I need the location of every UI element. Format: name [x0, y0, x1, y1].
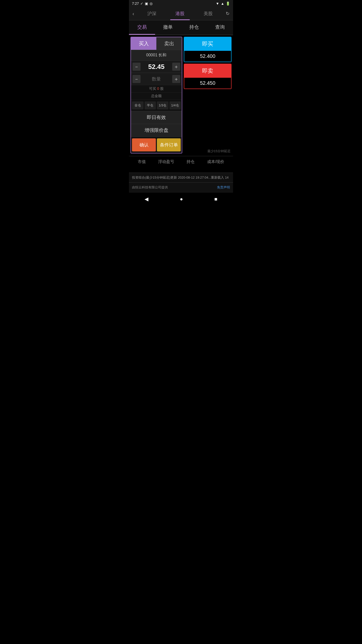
status-right: ▼ ▲ 🔋: [216, 2, 230, 6]
status-left: 7:27 ✓ ▣ ◎: [132, 2, 153, 6]
checkmark-icon: ✓: [140, 2, 143, 6]
action-buttons: 确认 条件订单: [131, 137, 182, 153]
battery-icon: 🔋: [226, 2, 230, 6]
available-unit: 股: [160, 87, 164, 91]
available-shares-info: 可买 0 股: [131, 85, 182, 92]
validity-row[interactable]: 即日有效: [131, 111, 182, 124]
total-amount-info: 总金额: [131, 92, 182, 100]
quantity-label[interactable]: 数量: [142, 76, 171, 82]
buy-now-card[interactable]: 即买 52.400: [184, 37, 232, 62]
right-panel: 即买 52.400 即卖 52.450 最少15分钟延迟: [184, 37, 232, 153]
left-trade-panel: 买入 卖出 00001 长和 － 52.45 ＋ － 数量 ＋ 可买 0 股 总…: [130, 37, 182, 153]
price-value[interactable]: 52.45: [142, 63, 171, 71]
stock-name[interactable]: 00001 长和: [131, 50, 182, 60]
buy-button[interactable]: 买入: [131, 37, 156, 50]
available-label: 可买: [149, 87, 156, 91]
tab-meigu[interactable]: 美股: [194, 7, 222, 20]
signal-icon: ▲: [221, 2, 224, 6]
disclaimer-link[interactable]: 免责声明: [217, 185, 230, 190]
half-position-button[interactable]: 半仓: [145, 101, 156, 109]
third-position-button[interactable]: 1/3仓: [157, 101, 168, 109]
tab-jiaoyi[interactable]: 交易: [129, 20, 155, 35]
main-content: 买入 卖出 00001 长和 － 52.45 ＋ － 数量 ＋ 可买 0 股 总…: [129, 35, 233, 155]
enhanced-limit-row[interactable]: 增强限价盘: [131, 124, 182, 137]
total-amount-label: 总金额: [151, 94, 162, 98]
android-home-icon[interactable]: ●: [180, 196, 183, 202]
price-minus-button[interactable]: －: [132, 63, 141, 71]
full-position-button[interactable]: 全仓: [132, 101, 144, 109]
quantity-input-row: － 数量 ＋: [131, 73, 182, 85]
price-input-row: － 52.45 ＋: [131, 60, 182, 73]
sell-now-card[interactable]: 即卖 52.450: [184, 64, 232, 89]
sell-button[interactable]: 卖出: [156, 37, 182, 50]
condition-order-button[interactable]: 条件订单: [157, 138, 181, 151]
buy-sell-toggle: 买入 卖出: [131, 37, 182, 50]
qty-plus-button[interactable]: ＋: [172, 75, 180, 83]
status-text: 投资组合(最少15分钟延迟)更新 2020-08-12 19:27:04...重…: [132, 176, 229, 179]
portfolio-col-float-pnl: 浮动盈亏: [158, 159, 174, 165]
portfolio-col-market-value: 市值: [138, 159, 146, 165]
back-button[interactable]: ‹: [129, 8, 138, 20]
buy-now-label[interactable]: 即买: [184, 37, 231, 51]
available-count: 0: [157, 87, 159, 91]
sell-now-price: 52.450: [184, 78, 231, 89]
tab-chicang[interactable]: 持仓: [181, 20, 207, 35]
sell-now-label[interactable]: 即卖: [184, 64, 231, 78]
android-nav-bar: ◀ ● ■: [129, 192, 233, 205]
circle-icon: ◎: [150, 2, 153, 6]
provider-text: 由恒云科技有限公司提供: [132, 185, 168, 190]
tab-hushen[interactable]: 沪深: [138, 7, 166, 20]
confirm-button[interactable]: 确认: [132, 138, 156, 151]
footer: 由恒云科技有限公司提供 免责声明: [129, 182, 233, 192]
portfolio-col-position: 持仓: [187, 159, 195, 165]
qty-minus-button[interactable]: －: [132, 75, 141, 83]
quarter-position-button[interactable]: 1/4仓: [169, 101, 181, 109]
top-nav: ‹ 沪深 港股 美股 ↻: [129, 7, 233, 20]
android-back-icon[interactable]: ◀: [145, 196, 148, 202]
bottom-status: 投资组合(最少15分钟延迟)更新 2020-08-12 19:27:04...重…: [129, 173, 233, 182]
buy-now-price: 52.400: [184, 51, 231, 62]
portfolio-header: 市值 浮动盈亏 持仓 成本/现价: [129, 156, 233, 168]
android-recent-icon[interactable]: ■: [214, 196, 217, 202]
wifi-icon: ▼: [216, 2, 219, 6]
tab-ganggu[interactable]: 港股: [166, 7, 194, 20]
portfolio-col-cost-price: 成本/现价: [207, 159, 224, 165]
price-plus-button[interactable]: ＋: [172, 63, 180, 71]
sim-icon: ▣: [145, 2, 148, 6]
time-display: 7:27: [132, 2, 139, 6]
position-buttons: 全仓 半仓 1/3仓 1/4仓: [131, 100, 182, 111]
delay-notice: 最少15分钟延迟: [184, 146, 232, 153]
second-nav: 交易 撤单 持仓 查询: [129, 20, 233, 35]
tab-chaxun[interactable]: 查询: [207, 20, 233, 35]
status-bar: 7:27 ✓ ▣ ◎ ▼ ▲ 🔋: [129, 0, 233, 7]
refresh-button[interactable]: ↻: [222, 8, 233, 19]
tab-chedan[interactable]: 撤单: [155, 20, 181, 35]
